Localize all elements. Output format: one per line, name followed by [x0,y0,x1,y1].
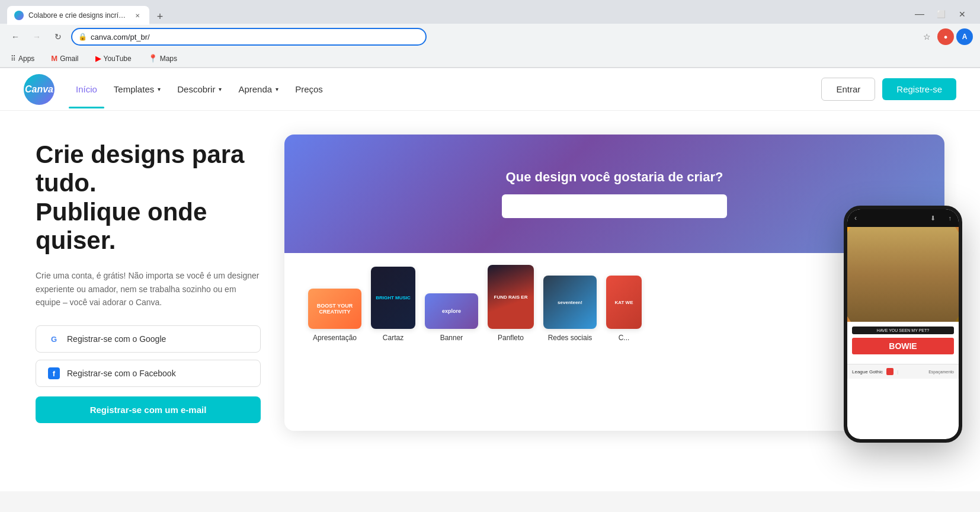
close-button[interactable]: ✕ [954,6,971,23]
maximize-button[interactable]: ⬜ [933,6,949,23]
google-signup-button[interactable]: G Registrar-se com o Google [36,325,261,353]
main-nav: Canva Início Templates ▾ Descobrir ▾ Apr… [0,68,980,111]
hero-title-line4: quiser. [36,226,116,254]
bookmark-apps-label: Apps [18,55,34,63]
nav-links: Início Templates ▾ Descobrir ▾ Aprenda ▾… [69,79,821,99]
phone-spacing-label: Espaçamento [928,370,954,374]
search-wrapper: 🔍 [502,194,727,218]
youtube-icon: ▶ [95,54,101,63]
template-apresentacao-thumb: BOOST YOUR CREATIVITY [308,289,361,329]
template-cartaz[interactable]: BRIGHT MUSIC Cartaz [371,267,415,342]
hero-subtitle: Crie uma conta, é grátis! Não importa se… [36,269,261,309]
phone-toolbar: League Gothic | Espaçamento [847,364,959,379]
profile-avatar-ext[interactable]: ● [937,28,954,45]
nav-templates-label: Templates [114,84,154,94]
template-panfleto-label: Panfleto [498,334,524,342]
profile-button[interactable]: A [956,28,973,45]
back-button[interactable]: ← [7,28,24,45]
nav-descobrir-label: Descobrir [177,84,215,94]
templates-chevron-icon: ▾ [158,86,161,92]
phone-mockup: ‹ ⬇ ↑ HAVE YOU SEEN MY PET? BOWIE L [844,206,962,443]
template-panfleto-img: FUND RAIS ER [488,265,534,329]
phone-top-bar: ‹ ⬇ ↑ [847,209,959,227]
url-text: canva.com/pt_br/ [91,33,150,41]
new-tab-button[interactable]: + [152,8,168,25]
phone-font-label: League Gothic [852,369,883,375]
phone-divider: | [897,369,898,375]
lock-icon: 🔒 [78,33,87,41]
template-banner-img: explore [425,293,478,329]
template-apresentacao-img: BOOST YOUR CREATIVITY [308,289,361,329]
facebook-icon: f [48,367,60,379]
bookmark-maps-label: Maps [160,55,177,63]
tabs-bar: Colabore e crie designs incríveis ✕ + [7,4,168,25]
forward-button[interactable]: → [28,28,45,45]
bookmark-youtube[interactable]: ▶ YouTube [92,53,135,64]
template-banner[interactable]: explore Banner [425,293,478,342]
address-bar-row: ← → ↻ 🔒 canva.com/pt_br/ ☆ ● A [0,24,980,50]
nav-actions: Entrar Registre-se [821,78,956,101]
bookmark-apps[interactable]: ⠿ Apps [7,53,38,64]
bookmark-button[interactable]: ☆ [918,28,935,45]
nav-link-templates[interactable]: Templates ▾ [107,79,168,99]
template-apresentacao[interactable]: BOOST YOUR CREATIVITY Apresentação [308,289,361,342]
active-tab[interactable]: Colabore e crie designs incríveis ✕ [7,6,149,25]
facebook-signup-button[interactable]: f Registrar-se com o Facebook [36,360,261,387]
nav-link-descobrir[interactable]: Descobrir ▾ [170,79,229,99]
template-redes[interactable]: seventeen! Redes sociais [543,276,597,342]
tab-close-button[interactable]: ✕ [133,11,142,20]
google-signup-label: Registrar-se com o Google [67,334,166,344]
bookmark-gmail-label: Gmail [60,55,78,63]
gmail-icon: M [51,54,57,63]
minimize-button[interactable]: — [911,6,928,23]
hero-title-line1: Crie designs para [36,140,244,168]
template-panfleto-thumb: FUND RAIS ER [488,265,534,329]
phone-back-icon: ‹ [854,214,857,222]
phone-pet-name: BOWIE [852,338,954,354]
address-bar-actions: ☆ ● A [918,28,973,45]
browser-chrome: Colabore e crie designs incríveis ✕ + — … [0,0,980,68]
phone-content-area: HAVE YOU SEEN MY PET? BOWIE [847,322,959,364]
template-redes-label: Redes sociais [548,334,593,342]
template-banner-label: Banner [440,334,463,342]
template-redes-img: seventeen! [543,276,597,329]
hero-section: Crie designs para tudo. Publique onde qu… [0,111,980,466]
page-content: Canva Início Templates ▾ Descobrir ▾ Apr… [0,68,980,491]
phone-screen: ‹ ⬇ ↑ HAVE YOU SEEN MY PET? BOWIE L [847,209,959,439]
bookmark-gmail[interactable]: M Gmail [47,53,82,64]
nav-link-aprenda[interactable]: Aprenda ▾ [231,79,286,99]
nav-link-inicio[interactable]: Início [69,79,104,99]
bookmark-youtube-label: YouTube [104,55,132,63]
facebook-signup-label: Registrar-se com o Facebook [67,369,176,378]
template-extra-thumb: KAT WE [606,276,642,329]
descobrir-chevron-icon: ▾ [219,86,222,92]
reload-button[interactable]: ↻ [50,28,66,45]
template-panfleto[interactable]: FUND RAIS ER Panfleto [488,265,534,342]
address-bar[interactable]: 🔒 canva.com/pt_br/ [71,28,427,46]
hero-title-line2: tudo. [36,169,97,197]
phone-dog-image [847,227,959,322]
hero-right: Que design você gostaria de criar? 🔍 BOO… [284,135,944,443]
phone-badge: HAVE YOU SEEN MY PET? [852,327,954,334]
design-search-input[interactable] [502,194,727,218]
hero-left: Crie designs para tudo. Publique onde qu… [36,135,261,423]
template-banner-thumb: explore [425,293,478,329]
template-extra[interactable]: KAT WE C... [606,276,642,342]
register-button[interactable]: Registre-se [882,78,956,100]
bookmark-maps[interactable]: 📍 Maps [145,53,181,64]
template-cartaz-label: Cartaz [383,334,403,342]
email-signup-button[interactable]: Registrar-se com um e-mail [36,396,261,423]
phone-download-icon: ⬇ [930,215,936,222]
maps-icon: 📍 [148,54,158,63]
phone-share-icon: ↑ [949,215,952,222]
login-button[interactable]: Entrar [821,78,875,101]
template-extra-label: C... [619,334,630,342]
template-cartaz-img: BRIGHT MUSIC [371,267,415,329]
nav-inicio-label: Início [76,84,97,94]
nav-link-precos[interactable]: Preços [288,79,330,99]
template-apresentacao-label: Apresentação [313,334,357,342]
design-search-title: Que design você gostaria de criar? [506,169,723,185]
nav-precos-label: Preços [295,84,323,94]
canva-logo[interactable]: Canva [24,74,55,105]
hero-title: Crie designs para tudo. Publique onde qu… [36,140,261,255]
